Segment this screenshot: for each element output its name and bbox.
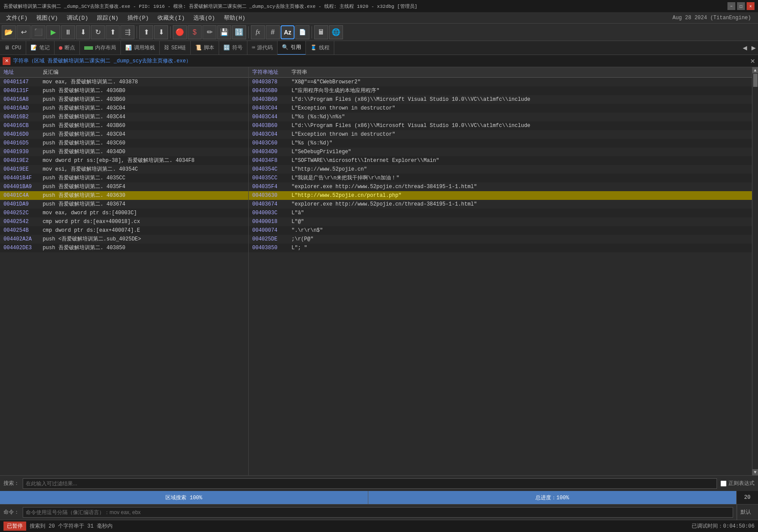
table-row[interactable]: 004019E2mov dword ptr ss:[ebp-38], 吾爱破解培… <box>0 156 248 165</box>
tb-patch[interactable]: ✏ <box>202 25 216 39</box>
table-row[interactable]: 004016B2push 吾爱破解培训第二. 403C44 <box>0 113 248 121</box>
table-row[interactable]: 00403C04L"Exception thrown in destructor… <box>249 130 752 139</box>
scroll-up-button[interactable]: ▲ <box>752 67 758 73</box>
table-row[interactable]: 00403878"X8@"==&"CWebBrowser2" <box>249 78 752 86</box>
table-row[interactable]: 004016D5push 吾爱破解培训第二. 403C60 <box>0 139 248 148</box>
table-row[interactable]: 0040254Bcmp dword ptr ds:[eax+400074].E <box>0 226 248 235</box>
table-row[interactable]: 00401147mov eax, 吾爱破解培训第二. 403878 <box>0 78 248 86</box>
tb-breakpoint[interactable]: 🔴 <box>173 25 187 39</box>
menu-view[interactable]: 视图(V) <box>32 13 62 23</box>
minimize-button[interactable]: － <box>727 2 735 10</box>
table-row[interactable]: 00402542cmp word ptr ds:[eax+400018].cx <box>0 217 248 226</box>
scroll-track[interactable] <box>753 73 758 469</box>
menu-file[interactable]: 文件(F) <box>2 13 32 23</box>
menu-favorites[interactable]: 收藏夹(I) <box>153 13 189 23</box>
table-row[interactable]: 00403C04L"Exception thrown in destructor… <box>249 104 752 113</box>
tab-callstack[interactable]: 📊 调用堆栈 <box>121 41 160 55</box>
tab-source[interactable]: ⌨ 源代码 <box>247 41 278 55</box>
table-row[interactable]: 0040131Fpush 吾爱破解培训第二. 4036B0 <box>0 86 248 95</box>
maximize-button[interactable]: □ <box>737 2 745 10</box>
search-input[interactable] <box>23 478 717 489</box>
table-row[interactable]: 00403630L"http://www.52pojie.cn/portal.p… <box>249 191 752 200</box>
table-row[interactable]: 004402A2Apush <吾爱破解培训第二.sub_4025DE> <box>0 235 248 244</box>
tb-memory[interactable]: 💾 <box>217 25 231 39</box>
tb-step-out[interactable]: ⬆ <box>106 25 120 39</box>
table-row[interactable]: 004035CCL"我就是广告\r\n来把我干掉啊\r\n加油！" <box>249 174 752 182</box>
table-row[interactable]: 004016D0push 吾爱破解培训第二. 403C04 <box>0 130 248 139</box>
tb-browser[interactable]: 🌐 <box>329 25 343 39</box>
table-row[interactable]: 0040252Cmov eax, dword ptr ds:[40003C] <box>0 209 248 217</box>
scroll-down-button[interactable]: ▼ <box>752 469 758 475</box>
tb-run-to-user[interactable]: ⇶ <box>120 25 134 39</box>
close-button[interactable]: × <box>747 2 755 10</box>
table-row[interactable]: 00403B60L"d:\\Program Files (x86)\\Micro… <box>249 95 752 104</box>
tab-notes[interactable]: 📝 笔记 <box>26 41 55 55</box>
right-scrollbar[interactable]: ▲ ▼ <box>752 67 758 475</box>
table-row[interactable]: 00400074".\r\r\n$" <box>249 226 752 235</box>
tab-cpu[interactable]: 🖥 CPU <box>0 41 26 55</box>
sub-close-button[interactable]: ✕ <box>3 57 10 65</box>
tb-exec-until-call[interactable]: ⬇ <box>154 25 168 39</box>
table-row[interactable]: 004025DE;\r(P@" <box>249 235 752 244</box>
tb-calc[interactable]: 🔢 <box>232 25 246 39</box>
cell-str-address: 00403C04 <box>249 130 288 139</box>
table-row[interactable]: 004035F4"explorer.exe http://www.52pojie… <box>249 182 752 191</box>
tab-symbols[interactable]: 🔣 符号 <box>219 41 247 55</box>
table-row[interactable]: 004402DE3push 吾爱破解培训第二. 403850 <box>0 244 248 252</box>
cell-address: 004401B4F <box>0 174 39 182</box>
tb-exec-until-ret[interactable]: ⬆ <box>139 25 153 39</box>
table-row[interactable]: 00403674"explorer.exe http://www.52pojie… <box>249 200 752 209</box>
tab-prev-button[interactable]: ◀ <box>741 41 749 55</box>
menu-debug[interactable]: 调试(D) <box>62 13 93 23</box>
tab-memory[interactable]: 内存布局 <box>80 41 121 55</box>
tab-script[interactable]: 📜 脚本 <box>191 41 219 55</box>
tb-step-over[interactable]: ↻ <box>91 25 105 39</box>
tab-refs[interactable]: 🔍 引用 <box>278 41 306 55</box>
menu-plugins[interactable]: 插件(P) <box>123 13 153 23</box>
regex-checkbox[interactable] <box>720 478 727 489</box>
table-row[interactable]: 0040003CL"ā" <box>249 209 752 217</box>
tb-run[interactable]: ▶ <box>46 25 60 39</box>
tb-step-into[interactable]: ⬇ <box>76 25 90 39</box>
tb-strings[interactable]: Az <box>281 25 295 39</box>
tb-fx[interactable]: fx <box>251 25 265 39</box>
tb-asm[interactable]: $ <box>188 25 202 39</box>
table-row[interactable]: 0040354CL"http://www.52pojie.cn" <box>249 165 752 174</box>
tb-calculator[interactable]: 🖩 <box>314 25 328 39</box>
table-row[interactable]: 00401DA9push 吾爱破解培训第二. 403674 <box>0 200 248 209</box>
table-row[interactable]: 004016ADpush 吾爱破解培训第二. 403C04 <box>0 104 248 113</box>
table-row[interactable]: 00403C60L"%s (%s:%d)" <box>249 139 752 148</box>
tb-hash[interactable]: # <box>266 25 280 39</box>
tb-refs[interactable]: 📄 <box>295 25 309 39</box>
tab-seh[interactable]: ⛓ SEH链 <box>160 41 191 55</box>
tb-close[interactable]: ⬛ <box>31 25 45 39</box>
table-row[interactable]: 00400018L"@" <box>249 217 752 226</box>
menu-options[interactable]: 选项(O) <box>189 13 219 23</box>
col-header-str: 字符串 <box>288 67 752 78</box>
command-bar: 命令： 默认 <box>0 504 758 520</box>
tb-pause[interactable]: ⏸ <box>61 25 75 39</box>
table-row[interactable]: 00401930push 吾爱破解培训第二. 4034D0 <box>0 148 248 156</box>
tb-restart[interactable]: ↩ <box>17 25 31 39</box>
sub-close2-button[interactable]: ✕ <box>750 58 755 65</box>
table-row[interactable]: 00403C44L"%s (%s:%d)\n%s" <box>249 113 752 121</box>
tab-breakpoints[interactable]: 断点 <box>55 41 80 55</box>
tab-threads[interactable]: 🧵 线程 <box>306 41 334 55</box>
menu-trace[interactable]: 跟踪(N) <box>93 13 123 23</box>
table-row[interactable]: 004401BA9push 吾爱破解培训第二. 4035F4 <box>0 182 248 191</box>
scroll-thumb[interactable] <box>753 74 758 87</box>
table-row[interactable]: 004019EEmov esi, 吾爱破解培训第二. 40354C <box>0 165 248 174</box>
table-row[interactable]: 004016CBpush 吾爱破解培训第二. 403B60 <box>0 121 248 130</box>
table-row[interactable]: 004016A8push 吾爱破解培训第二. 403B60 <box>0 95 248 104</box>
menu-help[interactable]: 帮助(H) <box>220 13 250 23</box>
tab-next-button[interactable]: ▶ <box>749 41 758 55</box>
table-row[interactable]: 004036B0L"应用程序向导生成的本地应用程序" <box>249 86 752 95</box>
table-row[interactable]: 00403B60L"d:\\Program Files (x86)\\Micro… <box>249 121 752 130</box>
table-row[interactable]: 004401B4Fpush 吾爱破解培训第二. 4035CC <box>0 174 248 182</box>
command-input[interactable] <box>23 507 733 518</box>
table-row[interactable]: 004034D0L"SeDebugPrivilege" <box>249 148 752 156</box>
table-row[interactable]: 00403850L"; " <box>249 244 752 252</box>
table-row[interactable]: 00401C4Apush 吾爱破解培训第二. 403630 <box>0 191 248 200</box>
tb-open[interactable]: 📂 <box>2 25 16 39</box>
table-row[interactable]: 004034F8L"SOFTWARE\\microsoft\\Internet … <box>249 156 752 165</box>
